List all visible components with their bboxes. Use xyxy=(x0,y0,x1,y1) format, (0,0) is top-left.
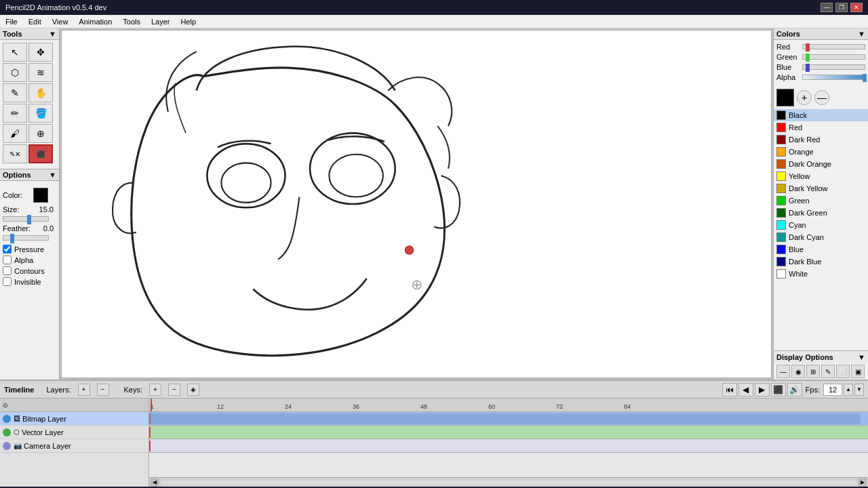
menu-animation[interactable]: Animation xyxy=(73,16,117,27)
pressure-checkbox[interactable] xyxy=(3,245,12,253)
menu-layer[interactable]: Layer xyxy=(146,16,176,27)
play-back-button[interactable]: ◀ xyxy=(738,383,753,396)
feather-slider[interactable] xyxy=(3,235,49,241)
svg-point-1 xyxy=(221,163,271,203)
green-thumb[interactable] xyxy=(806,54,810,62)
invisible-checkbox[interactable] xyxy=(3,277,12,286)
move-tool[interactable]: ✥ xyxy=(28,43,53,62)
display-icon-pen[interactable]: ✎ xyxy=(821,365,835,378)
maximize-button[interactable]: ❐ xyxy=(835,3,848,12)
scroll-left-button[interactable]: ◀ xyxy=(151,479,159,487)
feather-slider-thumb[interactable] xyxy=(10,234,14,243)
red-slider[interactable] xyxy=(802,44,865,49)
camera-layer-icon: 📷 xyxy=(14,442,22,449)
size-slider[interactable] xyxy=(3,216,49,222)
close-button[interactable]: ✕ xyxy=(850,3,863,12)
color-item-cyan[interactable]: Cyan xyxy=(774,219,868,231)
display-icon-circle[interactable]: ◉ xyxy=(791,365,805,378)
pen-tool[interactable]: ✎ xyxy=(3,83,27,102)
fps-up-button[interactable]: ▲ xyxy=(844,384,853,396)
eyedropper-tool[interactable]: ⊕ xyxy=(28,124,53,143)
brush-tool[interactable]: 🖌 xyxy=(3,124,27,143)
contours-checkbox[interactable] xyxy=(3,266,12,275)
display-icon-grid[interactable]: ⊞ xyxy=(806,365,820,378)
layer-row-vector[interactable]: ⬡ Vector Layer xyxy=(0,426,149,439)
green-slider[interactable] xyxy=(802,54,865,60)
alpha-checkbox[interactable] xyxy=(3,256,12,264)
minimize-button[interactable]: — xyxy=(821,3,833,12)
fps-down-button[interactable]: ▼ xyxy=(854,384,864,396)
volume-button[interactable]: 🔊 xyxy=(787,383,802,396)
drawing-svg[interactable]: ⊕ xyxy=(62,30,771,378)
select-tool[interactable]: ↖ xyxy=(3,43,27,62)
size-slider-thumb[interactable] xyxy=(27,215,31,224)
layer-row-camera[interactable]: 📷 Camera Layer xyxy=(0,439,149,453)
remove-layer-button[interactable]: − xyxy=(97,384,109,396)
app-title: Pencil2D Animation v0.5.4 dev xyxy=(5,3,106,12)
color-item-red[interactable]: Red xyxy=(774,121,868,134)
size-label: Size: xyxy=(3,205,33,214)
hand-tool[interactable]: ✋ xyxy=(28,83,53,102)
display-options-collapse[interactable]: ▼ xyxy=(858,353,865,361)
remove-color-button[interactable]: — xyxy=(814,90,829,105)
color-item-dark-green[interactable]: Dark Green xyxy=(774,207,868,219)
play-forward-button[interactable]: ▶ xyxy=(755,383,770,396)
color-item-dark-cyan[interactable]: Dark Cyan xyxy=(774,231,868,243)
color-item-dark-orange[interactable]: Dark Orange xyxy=(774,158,868,170)
display-icon-minus[interactable]: — xyxy=(776,365,790,378)
eraser-tool[interactable]: ⬛ xyxy=(28,144,53,163)
pencil-tool[interactable]: ✏ xyxy=(3,104,27,123)
scroll-track[interactable] xyxy=(160,480,857,485)
color-dot-white xyxy=(776,269,786,279)
smudge-tool[interactable]: ≋ xyxy=(28,63,53,82)
color-item-orange[interactable]: Orange xyxy=(774,146,868,158)
color-item-white[interactable]: White xyxy=(774,268,868,280)
blue-slider[interactable] xyxy=(802,64,865,70)
remove-key-button[interactable]: − xyxy=(168,384,180,396)
display-icon-eraser[interactable]: ⬜ xyxy=(836,365,850,378)
options-collapse-icon[interactable]: ▼ xyxy=(49,171,56,179)
alpha-thumb[interactable] xyxy=(863,74,867,82)
play-start-button[interactable]: ⏮ xyxy=(722,383,737,396)
red-thumb[interactable] xyxy=(806,43,810,52)
color-item-dark-blue[interactable]: Dark Blue xyxy=(774,256,868,268)
fps-input[interactable] xyxy=(823,384,842,396)
lasso-tool[interactable]: ⬡ xyxy=(3,63,27,82)
bucket-tool[interactable]: 🪣 xyxy=(28,104,53,123)
color-name-red: Red xyxy=(789,123,802,131)
vector-frame-row xyxy=(149,426,868,439)
add-layer-button[interactable]: + xyxy=(78,384,90,396)
scroll-right-button[interactable]: ▶ xyxy=(859,479,867,487)
layer-row-bitmap[interactable]: 🖼 Bitmap Layer xyxy=(0,412,149,426)
menu-tools[interactable]: Tools xyxy=(117,16,146,27)
menu-edit[interactable]: Edit xyxy=(23,16,47,27)
duplicate-key-button[interactable]: ◈ xyxy=(187,384,199,396)
color-item-dark-red[interactable]: Dark Red xyxy=(774,134,868,146)
alpha-slider[interactable] xyxy=(802,75,865,80)
current-color-swatch[interactable] xyxy=(776,89,794,106)
color-item-yellow[interactable]: Yellow xyxy=(774,170,868,182)
layer-vis-vector[interactable] xyxy=(3,428,11,436)
play-loop-button[interactable]: ⬛ xyxy=(771,383,786,396)
color-item-black[interactable]: Black xyxy=(774,109,868,121)
menu-file[interactable]: File xyxy=(0,16,23,27)
color-item-dark-yellow[interactable]: Dark Yellow xyxy=(774,182,868,195)
color-swatch[interactable] xyxy=(33,188,48,203)
add-key-button[interactable]: + xyxy=(149,384,161,396)
color-item-blue[interactable]: Blue xyxy=(774,243,868,256)
layer-vis-bitmap[interactable] xyxy=(3,415,11,423)
size-option-row: Size: 15.0 xyxy=(3,205,56,214)
blue-thumb[interactable] xyxy=(806,64,810,72)
menu-view[interactable]: View xyxy=(47,16,74,27)
display-icon-box[interactable]: ▣ xyxy=(851,365,865,378)
color-item-green[interactable]: Green xyxy=(774,195,868,207)
svg-point-4 xyxy=(405,246,414,255)
pencil-eraser-tool[interactable]: ✎✕ xyxy=(3,144,27,163)
menu-help[interactable]: Help xyxy=(176,16,202,27)
add-color-button[interactable]: + xyxy=(797,90,812,105)
ruler-mark-48: 48 xyxy=(420,403,427,410)
canvas-area[interactable]: ⊕ xyxy=(61,30,772,378)
colors-collapse-icon[interactable]: ▼ xyxy=(858,30,865,38)
layer-vis-camera[interactable] xyxy=(3,442,11,450)
tools-collapse-icon[interactable]: ▼ xyxy=(49,30,56,38)
